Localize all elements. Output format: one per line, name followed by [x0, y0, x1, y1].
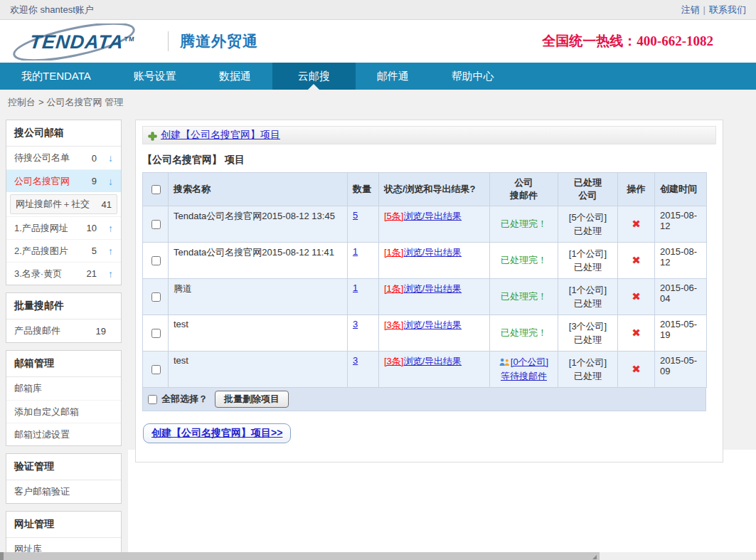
arrow-up-icon[interactable]: ↑	[106, 268, 115, 280]
top-links-separator: |	[703, 4, 706, 15]
row-checkbox[interactable]	[151, 220, 161, 229]
create-project-bar: 创建【公司名搜官网】项目	[142, 126, 716, 144]
row-count-link[interactable]: 3	[353, 355, 358, 366]
sidebar-item-product-search-email[interactable]: 产品搜邮件19	[6, 319, 121, 342]
topbar: 欢迎你 shantest账户 注销|联系我们	[0, 0, 756, 20]
row-count-link[interactable]: 1	[353, 246, 358, 257]
header-checkbox[interactable]	[151, 185, 161, 194]
row-search-name: Tendata公司名搜官网2015-08-12 11:41	[169, 243, 348, 279]
row-status-browse-export-link[interactable]: 浏览/导出结果	[403, 247, 462, 258]
row-checkbox[interactable]	[151, 329, 161, 338]
sidebar-item-count: 5	[92, 245, 97, 256]
delete-row-icon[interactable]: ✖	[632, 218, 641, 230]
arrow-down-icon[interactable]: ↓	[106, 176, 115, 187]
sidebar-item-customer-email-verify[interactable]: 客户邮箱验证	[6, 480, 121, 503]
row-status-browse-export-link[interactable]: 浏览/导出结果	[403, 211, 462, 221]
content-area: 控制台>公司名搜官网 管理 搜公司邮箱待搜公司名单0↓公司名搜官网9↓网址搜邮件…	[0, 90, 756, 552]
row-status-browse-export-link[interactable]: 浏览/导出结果	[403, 319, 462, 330]
nav-item-cloud-mail-search[interactable]: 云邮搜	[272, 63, 356, 90]
arrow-down-icon[interactable]: ↓	[106, 152, 115, 164]
table-header-row: 搜索名称 数量 状态/浏览和导出结果? 公司搜邮件 已处理公司 操作 创建时间	[143, 173, 707, 206]
row-count-link[interactable]: 1	[353, 282, 358, 293]
row-count-link[interactable]: 3	[353, 319, 358, 329]
row-search-name: test	[169, 352, 348, 388]
row-processed-count: [1个公司]	[563, 247, 612, 260]
contact-link[interactable]: 联系我们	[709, 4, 746, 15]
create-project-button[interactable]: 创建【公司名搜官网】项目>>	[143, 423, 291, 443]
row-checkbox[interactable]	[151, 256, 161, 265]
row-processed-label: 已处理	[563, 297, 612, 310]
sidebar-item-company-name-search-site[interactable]: 公司名搜官网9↓	[6, 169, 121, 192]
batch-delete-button[interactable]: 批量删除项目	[215, 391, 289, 408]
select-all-checkbox[interactable]	[148, 395, 157, 404]
row-processed-label: 已处理	[563, 333, 612, 347]
row-created-date: 2015-05-09	[655, 352, 707, 388]
delete-row-icon[interactable]: ✖	[632, 290, 641, 302]
col-header-search-name: 搜索名称	[169, 173, 348, 206]
panel-title: 【公司名搜官网】 项目	[142, 154, 716, 167]
delete-row-icon[interactable]: ✖	[632, 254, 641, 266]
sidebar-item-count: 41	[102, 199, 112, 210]
arrow-up-icon[interactable]: ↑	[106, 245, 115, 257]
tendata-logo[interactable]: TENDATATM	[9, 22, 156, 60]
row-mail-company-link[interactable]: [0个公司]	[511, 356, 548, 367]
plus-icon[interactable]	[148, 131, 157, 140]
sidebar-item-product-search-url[interactable]: 1.产品搜网址10↑	[6, 216, 121, 239]
arrow-up-icon[interactable]: ↑	[106, 223, 115, 234]
row-actions-cell: ✖	[618, 206, 655, 243]
sidebar-item-product-search-image[interactable]: 2.产品搜图片5↑	[6, 239, 121, 262]
sidebar-item-pending-company-list[interactable]: 待搜公司名单0↓	[6, 147, 121, 169]
row-mail-waiting-link[interactable]: 等待搜邮件	[501, 371, 547, 381]
main-panel: 创建【公司名搜官网】项目 【公司名搜官网】 项目 搜索名称 数量 状态/浏览和导…	[135, 120, 723, 463]
logo-tm: TM	[124, 36, 135, 43]
row-status-count-link[interactable]: [1条]	[384, 247, 403, 258]
row-status-cell: [5条]浏览/导出结果	[379, 206, 490, 243]
col-header-actions: 操作	[618, 173, 655, 206]
scrollbar-thumb[interactable]	[600, 552, 756, 560]
sidebar-section-title: 验证管理	[6, 454, 121, 480]
row-select-cell	[143, 243, 169, 279]
row-checkbox[interactable]	[151, 365, 161, 374]
row-select-cell	[143, 352, 169, 388]
nav-item-my-tendata[interactable]: 我的TENDATA	[0, 63, 112, 90]
sidebar-item-label: 3.名录·黄页	[14, 268, 87, 280]
top-links: 注销|联系我们	[681, 4, 746, 16]
sidebar-item-mailbox-library[interactable]: 邮箱库	[6, 377, 121, 400]
breadcrumb-current: 公司名搜官网 管理	[47, 97, 124, 107]
row-status-browse-export-link[interactable]: 浏览/导出结果	[403, 356, 462, 366]
horizontal-scrollbar[interactable]	[0, 552, 756, 560]
header: TENDATATM 腾道外贸通 全国统一热线：400-662-1082	[0, 20, 756, 63]
sidebar-section-title: 搜公司邮箱	[6, 120, 121, 147]
row-status-count-link[interactable]: [1条]	[384, 283, 403, 294]
row-status-browse-export-link[interactable]: 浏览/导出结果	[403, 283, 462, 294]
col-header-company-mail: 公司搜邮件	[490, 173, 558, 206]
row-actions-cell: ✖	[618, 243, 655, 279]
sidebar-item-directory-yellow-pages[interactable]: 3.名录·黄页21↑	[6, 262, 121, 285]
sidebar-item-label: 1.产品搜网址	[14, 222, 87, 235]
row-status-count-link[interactable]: [3条]	[384, 356, 403, 366]
create-project-link[interactable]: 创建【公司名搜官网】项目	[161, 129, 280, 142]
sidebar-item-add-custom-mailbox[interactable]: 添加自定义邮箱	[6, 400, 121, 423]
sidebar-item-url-library[interactable]: 网址库	[6, 538, 121, 552]
nav-item-help-center[interactable]: 帮助中心	[430, 63, 516, 90]
logout-link[interactable]: 注销	[681, 4, 700, 15]
nav-item-account-settings[interactable]: 账号设置	[112, 63, 198, 90]
delete-row-icon[interactable]: ✖	[632, 327, 641, 339]
row-status-count-link[interactable]: [5条]	[384, 211, 403, 221]
sidebar-item-url-search-email-social[interactable]: 网址搜邮件＋社交41	[10, 194, 117, 214]
sidebar-item-mailbox-filter-settings[interactable]: 邮箱过滤设置	[6, 423, 121, 445]
row-count-link[interactable]: 5	[353, 210, 358, 221]
row-status-count-link[interactable]: [3条]	[384, 319, 403, 330]
table-row: test3[3条]浏览/导出结果已处理完！[3个公司]已处理✖2015-05-1…	[143, 315, 707, 352]
breadcrumb-separator: >	[38, 97, 44, 107]
row-search-name: test	[169, 315, 348, 352]
scrollbar-left-cap	[0, 552, 4, 560]
row-checkbox[interactable]	[151, 292, 161, 302]
row-count-cell: 1	[348, 243, 379, 279]
nav-item-data-service[interactable]: 数据通	[198, 63, 272, 90]
breadcrumb-root[interactable]: 控制台	[8, 97, 36, 107]
people-icon	[499, 358, 510, 366]
nav-item-mail-service[interactable]: 邮件通	[356, 63, 430, 90]
row-company-mail-cell: 已处理完！	[490, 243, 558, 279]
delete-row-icon[interactable]: ✖	[632, 363, 641, 375]
